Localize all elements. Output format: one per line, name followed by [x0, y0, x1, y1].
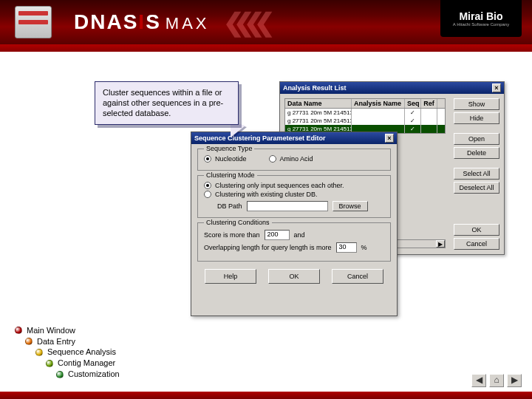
back-ok-button[interactable]: OK — [454, 224, 499, 236]
prev-button[interactable]: ◀ — [471, 374, 486, 387]
seqtype-label: Sequence Type — [204, 145, 254, 152]
clustering-conditions-group: Clustering Conditions Score is more than… — [197, 222, 391, 262]
side-buttons: Show Hide Open Delete Select All Deselec… — [454, 98, 499, 194]
radio-aminoacid[interactable]: Amino Acid — [269, 155, 313, 163]
nav-sequence-analysis[interactable]: Sequence Analysis — [35, 347, 120, 358]
home-button[interactable]: ⌂ — [489, 374, 504, 387]
front-titlebar[interactable]: Sequence Clustering Parameterset Editor … — [191, 132, 397, 144]
next-button[interactable]: ▶ — [507, 374, 522, 387]
browse-button[interactable]: Browse — [332, 201, 368, 211]
close-icon[interactable]: × — [492, 83, 501, 92]
table-row[interactable]: g 27731 20m 5M 214513 1 R Tamslig — [285, 117, 445, 125]
table-header: Data Name Analysis Name Seq Ref — [285, 99, 445, 109]
mirai-title: Mirai Bio — [459, 10, 502, 22]
overlap-input[interactable]: 30 — [336, 242, 357, 253]
select-all-button[interactable]: Select All — [454, 168, 499, 180]
delete-button[interactable]: Delete — [454, 147, 499, 159]
sequence-type-group: Sequence Type Nucleotide Amino Acid — [197, 149, 391, 171]
logo-i: I — [138, 10, 146, 34]
server-icon — [15, 6, 52, 38]
deselect-all-button[interactable]: Deselect All — [454, 182, 499, 194]
radio-icon[interactable] — [204, 182, 211, 189]
callout-text: Cluster sequences within a file or again… — [103, 88, 223, 117]
col-data[interactable]: Data Name — [285, 99, 352, 108]
cancel-button[interactable]: Cancel — [332, 269, 383, 284]
pager: ◀ ⌂ ▶ — [471, 374, 522, 387]
result-table: Data Name Analysis Name Seq Ref g 27731 … — [284, 98, 446, 134]
radio-nucleotide[interactable]: Nucleotide — [204, 155, 247, 163]
logo-max: MAX — [166, 14, 210, 33]
col-analysis[interactable]: Analysis Name — [352, 99, 405, 108]
callout-box: Cluster sequences within a file or again… — [95, 81, 239, 125]
back-bottom-buttons: OK Cancel — [454, 224, 499, 250]
cond-label: Clustering Conditions — [204, 219, 272, 226]
checkbox-icon[interactable] — [405, 125, 421, 133]
back-cancel-button[interactable]: Cancel — [454, 238, 499, 250]
bullet-icon — [15, 327, 22, 334]
table-row[interactable]: g 27731 20m 5M 214513 1 R Sequence — [285, 109, 445, 117]
front-title: Sequence Clustering Parameterset Editor — [194, 134, 326, 142]
score-label: Score is more than — [204, 231, 260, 239]
overlap-label: Overlapping length for query length is m… — [204, 244, 332, 251]
col-ref[interactable]: Ref — [421, 99, 437, 108]
help-button[interactable]: Help — [205, 269, 256, 284]
bullet-icon — [25, 338, 33, 345]
nav-data-entry[interactable]: Data Entry — [25, 336, 120, 347]
radio-icon[interactable] — [204, 155, 211, 163]
bullet-icon — [46, 360, 53, 367]
checkbox-icon[interactable] — [405, 117, 421, 125]
db-path-label: DB Path — [217, 202, 242, 210]
app-logo: DNAS I S MAX — [74, 10, 210, 34]
checkbox-icon[interactable] — [405, 109, 421, 117]
db-path-input[interactable] — [247, 201, 328, 211]
radio-icon[interactable] — [204, 191, 211, 198]
score-input[interactable]: 200 — [265, 230, 290, 240]
close-icon[interactable]: × — [385, 134, 394, 143]
chevrons-icon: ❮❮❮❮ — [223, 7, 265, 37]
app-header: DNAS I S MAX ❮❮❮❮ Mirai Bio A Hitachi So… — [0, 0, 532, 44]
score-suffix: and — [294, 231, 305, 239]
logo-dnasis: DNAS — [74, 10, 138, 34]
ok-button[interactable]: OK — [268, 269, 320, 284]
hide-button[interactable]: Hide — [454, 112, 499, 124]
header-divider — [0, 44, 532, 52]
radio-icon[interactable] — [269, 155, 276, 163]
back-title: Analysis Result List — [283, 84, 347, 92]
clustering-mode-group: Clustering Mode Clustering only input se… — [197, 175, 391, 218]
col-seq[interactable]: Seq — [405, 99, 421, 108]
nav-tree: Main Window Data Entry Sequence Analysis… — [15, 325, 120, 380]
radio-input-only[interactable]: Clustering only input sequences each oth… — [204, 182, 384, 189]
show-button[interactable]: Show — [454, 98, 499, 110]
mirai-sub: A Hitachi Software Company — [453, 22, 509, 27]
parameter-editor-window: Sequence Clustering Parameterset Editor … — [191, 132, 398, 316]
bullet-icon — [35, 349, 43, 356]
logo-s: S — [146, 10, 161, 34]
overlap-suffix: % — [361, 244, 367, 251]
open-button[interactable]: Open — [454, 133, 499, 145]
mode-label: Clustering Mode — [204, 171, 257, 179]
radio-existing-db[interactable]: Clustering with existing cluster DB. — [204, 191, 384, 198]
footer-strip — [0, 392, 532, 399]
mirai-badge: Mirai Bio A Hitachi Software Company — [440, 0, 522, 37]
nav-customization[interactable]: Customization — [56, 369, 120, 380]
front-button-row: Help OK Cancel — [197, 266, 391, 284]
nav-main-window[interactable]: Main Window — [15, 325, 120, 336]
bullet-icon — [56, 371, 64, 378]
nav-contig-manager[interactable]: Contig Manager — [46, 358, 120, 369]
back-titlebar[interactable]: Analysis Result List × — [280, 82, 504, 94]
scroll-right-icon[interactable]: ▶ — [436, 240, 445, 248]
